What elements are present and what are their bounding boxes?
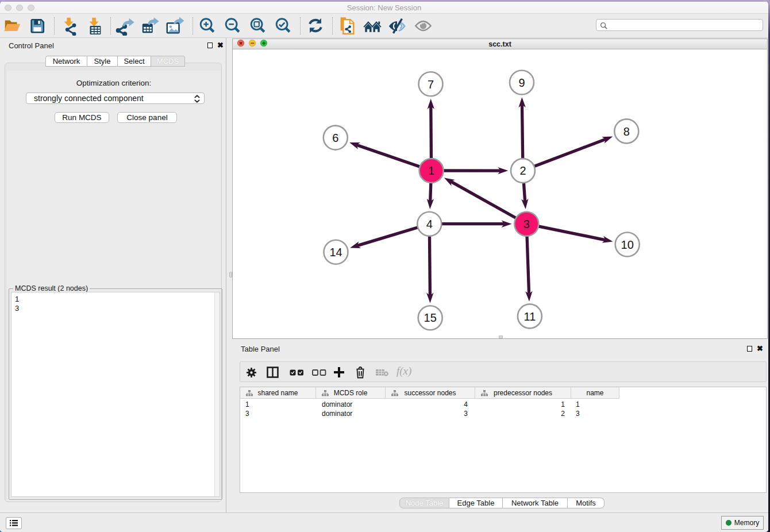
svg-text:7: 7 (428, 78, 434, 91)
svg-text:15: 15 (424, 311, 437, 324)
svg-text:8: 8 (623, 125, 630, 138)
svg-text:3: 3 (523, 218, 530, 230)
svg-text:1: 1 (428, 164, 434, 177)
svg-text:9: 9 (518, 76, 525, 89)
svg-text:4: 4 (426, 218, 433, 230)
svg-text:2: 2 (519, 164, 526, 177)
svg-text:11: 11 (524, 310, 536, 323)
svg-text:14: 14 (329, 246, 342, 259)
svg-text:10: 10 (621, 238, 634, 251)
svg-text:6: 6 (332, 132, 338, 144)
